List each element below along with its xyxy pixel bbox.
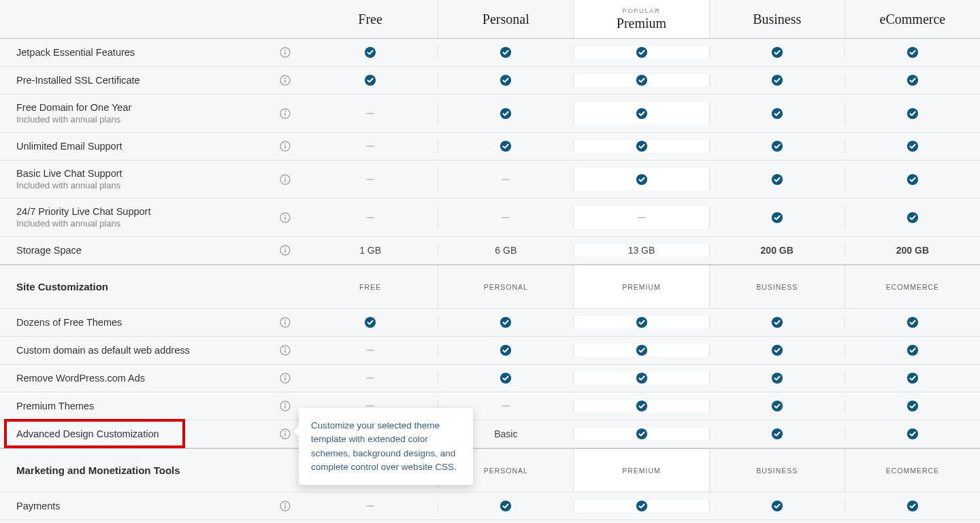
feature-cell: Free Domain for One YearIncluded with an… — [0, 102, 303, 124]
plan-name: Personal — [483, 12, 529, 27]
dash-icon — [638, 217, 646, 218]
plan-cell — [438, 168, 573, 190]
section-plan-label: PERSONAL — [438, 265, 573, 308]
feature-row: Custom domain as default web address — [0, 337, 980, 365]
plan-cell — [709, 428, 845, 440]
feature-label: 24/7 Priority Live Chat Support — [16, 206, 150, 217]
dash-icon — [366, 377, 374, 379]
plan-cell: 200 GB — [709, 244, 845, 256]
svg-rect-43 — [284, 250, 286, 253]
check-icon — [906, 500, 919, 512]
check-icon — [771, 46, 783, 58]
check-icon — [636, 173, 648, 186]
check-icon — [906, 173, 919, 186]
plan-header-business: Business — [709, 0, 845, 38]
plan-cell — [845, 46, 980, 58]
feature-row: Payments — [0, 492, 980, 520]
feature-cell: Remove WordPress.com Ads — [0, 372, 303, 384]
feature-sublabel: Included with annual plans — [16, 180, 122, 190]
info-icon[interactable] — [280, 401, 291, 411]
svg-rect-18 — [284, 112, 286, 116]
svg-point-53 — [284, 348, 286, 349]
section-row: Marketing and Monetization ToolsFREEPERS… — [0, 448, 980, 492]
plan-cell: 13 GB — [573, 244, 708, 256]
plan-cell — [845, 102, 980, 124]
plan-cell — [303, 344, 438, 356]
feature-row: 24/7 Priority Live Chat SupportIncluded … — [0, 199, 980, 237]
plan-cell — [303, 46, 438, 58]
feature-label: Premium Themes — [16, 401, 94, 411]
info-icon[interactable] — [280, 75, 291, 86]
plan-cell — [303, 316, 438, 328]
check-icon — [906, 140, 919, 152]
plan-cell — [709, 102, 845, 124]
info-icon[interactable] — [280, 108, 291, 119]
info-icon[interactable] — [280, 212, 291, 223]
dash-icon — [502, 179, 510, 180]
check-icon — [500, 344, 512, 356]
svg-rect-80 — [284, 505, 286, 509]
check-icon — [636, 400, 648, 412]
plan-cell — [438, 140, 573, 152]
feature-cell: Unlimited Email Support — [0, 140, 303, 152]
dash-icon — [366, 146, 374, 147]
info-icon[interactable] — [280, 428, 291, 439]
feature-label: Storage Space — [16, 245, 82, 256]
check-icon — [636, 428, 648, 440]
tooltip: Customize your selected theme template w… — [299, 408, 473, 485]
plan-cell: 6 GB — [438, 244, 573, 256]
check-icon — [906, 107, 919, 120]
info-icon[interactable] — [280, 501, 291, 511]
info-icon[interactable] — [280, 174, 291, 185]
check-icon — [906, 316, 919, 328]
cell-text: 6 GB — [495, 245, 517, 256]
feature-cell: Pre-Installed SSL Certificate — [0, 74, 303, 86]
plan-cell — [573, 102, 708, 124]
dash-icon — [366, 179, 374, 180]
plan-cell — [438, 206, 573, 229]
feature-row: Premium Themes — [0, 392, 980, 420]
plan-cell — [438, 316, 573, 328]
svg-point-24 — [284, 144, 286, 145]
feature-row: Advanced Design CustomizationBasic — [0, 420, 980, 448]
check-icon — [906, 74, 919, 86]
feature-label: Free Domain for One Year — [16, 102, 131, 113]
section-plan-label: ECOMMERCE — [845, 449, 980, 492]
feature-cell: Storage Space — [0, 244, 303, 256]
feature-cell: Dozens of Free Themes — [0, 316, 303, 328]
info-icon[interactable] — [280, 345, 291, 356]
svg-point-45 — [284, 320, 286, 321]
plan-cell — [573, 428, 708, 440]
info-icon[interactable] — [280, 141, 291, 152]
check-icon — [771, 344, 783, 356]
feature-label: Custom domain as default web address — [16, 345, 190, 356]
check-icon — [906, 428, 919, 440]
section-row: Site CustomizationFREEPERSONALPREMIUMBUS… — [0, 265, 980, 309]
check-icon — [636, 107, 648, 120]
feature-cell: 24/7 Priority Live Chat SupportIncluded … — [0, 206, 303, 229]
plan-cell — [709, 74, 845, 86]
feature-label: Unlimited Email Support — [16, 141, 122, 152]
svg-rect-2 — [284, 52, 286, 55]
svg-rect-46 — [284, 322, 286, 325]
info-icon[interactable] — [280, 245, 291, 256]
cell-text: 13 GB — [628, 245, 655, 256]
feature-row: Remove WordPress.com Ads — [0, 365, 980, 392]
plan-cell — [845, 428, 980, 440]
plan-cell — [709, 168, 845, 190]
section-title: Site Customization — [0, 265, 303, 308]
cell-text: 200 GB — [761, 245, 794, 256]
section-plan-label: FREE — [303, 265, 438, 308]
svg-rect-25 — [284, 146, 286, 149]
feature-sublabel: Included with annual plans — [16, 114, 131, 124]
plan-cell — [709, 400, 845, 412]
section-plan-label: ECOMMERCE — [845, 265, 980, 308]
feature-label: Basic Live Chat Support — [16, 168, 122, 179]
info-icon[interactable] — [280, 317, 291, 328]
plan-header-ecommerce: eCommerce — [845, 0, 980, 38]
check-icon — [500, 140, 512, 152]
info-icon[interactable] — [280, 373, 291, 384]
feature-label: Dozens of Free Themes — [16, 317, 122, 328]
info-icon[interactable] — [280, 47, 291, 58]
plan-cell — [438, 500, 573, 512]
